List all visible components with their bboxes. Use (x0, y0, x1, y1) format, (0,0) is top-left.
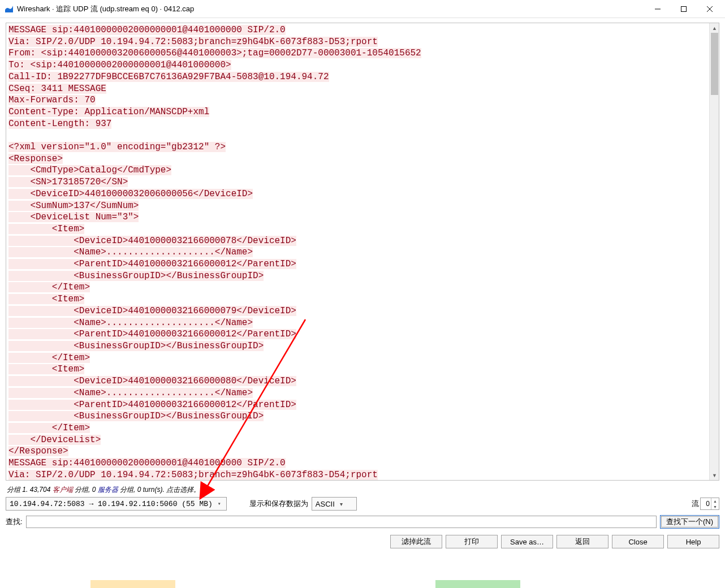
print-button[interactable]: 打印 (446, 535, 498, 548)
minimize-button[interactable] (645, 0, 671, 18)
dialog-buttons-row: 滤掉此流 打印 Save as… 返回 Close Help (390, 535, 719, 551)
filter-out-label: 滤掉此流 (402, 537, 431, 547)
close-button[interactable]: Close (612, 535, 664, 548)
endpoints-combo[interactable]: 10.194.94.72:5083 → 10.194.92.110:5060 (… (6, 497, 227, 511)
stream-content-frame: MESSAGE sip:44010000002000000001@4401000… (6, 23, 719, 481)
find-next-button[interactable]: 查找下一个(N) (660, 515, 719, 529)
status-mid: 分组, 0 (73, 486, 98, 494)
display-as-label: 显示和保存数据为 (249, 499, 308, 509)
titlebar: Wireshark · 追踪 UDP 流 (udp.stream eq 0) ·… (0, 0, 725, 18)
find-next-label: 查找下一个(N) (666, 517, 713, 527)
wireshark-icon (5, 5, 14, 14)
status-line: 分组 1. 43,704 客户端 分组, 0 服务器 分组, 0 turn(s)… (7, 485, 200, 495)
display-as-value: ASCII (316, 500, 335, 508)
endpoints-row: 10.194.94.72:5083 → 10.194.92.110:5060 (… (6, 496, 719, 511)
scroll-up-icon[interactable]: ▲ (710, 23, 719, 33)
vertical-scrollbar[interactable]: ▲ ▼ (709, 23, 719, 480)
save-as-button[interactable]: Save as… (501, 535, 553, 548)
display-as-combo[interactable]: ASCII ▾ (312, 497, 357, 511)
save-as-label: Save as… (510, 538, 544, 546)
find-row: 查找: 查找下一个(N) (6, 514, 719, 529)
help-button[interactable]: Help (667, 535, 719, 548)
stream-value-input[interactable] (701, 498, 711, 509)
spin-down-icon[interactable]: ▼ (711, 504, 719, 509)
status-client-word: 客户端 (53, 486, 73, 494)
maximize-button[interactable] (671, 0, 697, 18)
window-title: Wireshark · 追踪 UDP 流 (udp.stream eq 0) ·… (17, 4, 194, 14)
stream-spinbox[interactable]: ▲ ▼ (700, 498, 719, 510)
help-label: Help (686, 538, 701, 546)
find-input[interactable] (26, 516, 657, 528)
close-window-button[interactable] (697, 0, 723, 18)
chevron-down-icon: ▾ (337, 501, 346, 507)
chevron-down-icon: ▾ (215, 500, 224, 507)
stream-label: 流 (692, 499, 699, 509)
close-label: Close (628, 538, 647, 546)
scroll-down-icon[interactable]: ▼ (710, 470, 719, 480)
back-label: 返回 (575, 537, 590, 547)
background-window-peek (0, 580, 725, 588)
status-suffix: 分组, 0 turn(s). 点击选择。 (118, 486, 200, 494)
stream-text[interactable]: MESSAGE sip:44010000002000000001@4401000… (6, 23, 709, 480)
scroll-thumb[interactable] (711, 33, 718, 95)
status-server-word: 服务器 (98, 486, 118, 494)
filter-out-stream-button[interactable]: 滤掉此流 (390, 535, 442, 548)
print-label: 打印 (464, 537, 479, 547)
status-prefix: 分组 1. 43,704 (7, 486, 53, 494)
endpoints-combo-text: 10.194.94.72:5083 → 10.194.92.110:5060 (… (10, 500, 213, 508)
svg-rect-0 (681, 6, 687, 11)
find-label: 查找: (6, 517, 23, 527)
back-button[interactable]: 返回 (556, 535, 609, 548)
spin-up-icon[interactable]: ▲ (711, 498, 719, 504)
